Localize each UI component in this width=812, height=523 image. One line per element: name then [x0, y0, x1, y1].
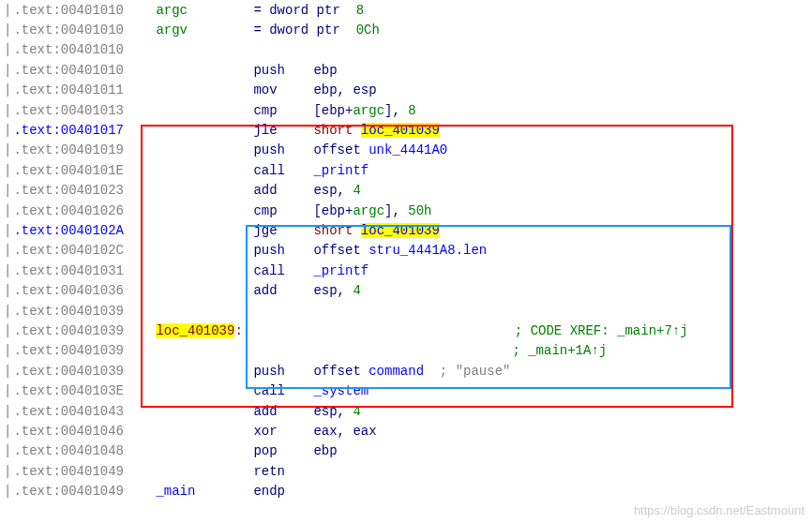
address: .text:00401039	[13, 364, 156, 379]
gutter: |	[4, 22, 11, 37]
address: .text:00401017	[13, 123, 156, 138]
asm-line[interactable]: |.text:0040102Ajgeshort loc_401039	[0, 220, 812, 240]
gutter: |	[4, 263, 11, 278]
variable-name: argc	[156, 3, 253, 18]
address: .text:00401026	[13, 203, 156, 218]
gutter: |	[4, 484, 11, 499]
mnemonic: xor	[253, 424, 313, 439]
asm-line[interactable]: |.text:00401011movebp, esp	[0, 81, 812, 100]
gutter: |	[4, 323, 11, 338]
asm-line[interactable]: |.text:0040101Ecall_printf	[0, 160, 812, 180]
mnemonic: push	[253, 142, 313, 157]
mnemonic: mov	[253, 82, 313, 97]
asm-line[interactable]: |.text:00401019pushoffset unk_4441A0	[0, 141, 812, 160]
gutter: |	[4, 223, 11, 238]
address: .text:0040102A	[13, 223, 156, 238]
operand: _system	[313, 383, 368, 398]
address: .text:0040102C	[13, 243, 156, 258]
asm-line[interactable]: |.text:00401017jleshort loc_401039	[0, 120, 812, 140]
gutter: |	[4, 63, 11, 78]
address: .text:0040103E	[13, 383, 156, 398]
asm-line[interactable]: |.text:00401046xoreax, eax	[0, 421, 812, 441]
asm-line[interactable]: |.text:00401031call_printf	[0, 261, 812, 280]
gutter: |	[4, 142, 11, 157]
operand: offset unk_4441A0	[313, 142, 447, 157]
var-offset: 8	[356, 3, 364, 18]
asm-line[interactable]: |.text:00401039pushoffset command ; "pau…	[0, 361, 812, 381]
asm-line[interactable]: |.text:00401048popebp	[0, 441, 812, 461]
asm-line[interactable]: |.text:00401010	[0, 40, 812, 60]
address: .text:00401031	[13, 263, 156, 278]
gutter: |	[4, 304, 11, 319]
asm-line[interactable]: |.text:00401010argc= dword ptr 8	[0, 0, 812, 20]
mnemonic: call	[253, 263, 313, 278]
mnemonic: call	[253, 163, 313, 178]
var-type: = dword ptr	[253, 3, 355, 18]
gutter: |	[4, 183, 11, 198]
address: .text:00401010	[13, 3, 156, 18]
asm-line[interactable]: |.text:00401039loc_401039:; CODE XREF: _…	[0, 321, 812, 340]
operand: [ebp+argc], 50h	[313, 203, 431, 218]
mnemonic: endp	[253, 484, 313, 499]
address: .text:00401039	[13, 343, 156, 358]
operand: _printf	[313, 263, 368, 278]
var-type: = dword ptr	[253, 22, 355, 37]
asm-line[interactable]: |.text:0040103Ecall_system	[0, 381, 812, 400]
asm-line[interactable]: |.text:00401039	[0, 301, 812, 321]
gutter: |	[4, 3, 11, 18]
address: .text:00401039	[13, 323, 156, 338]
address: .text:00401011	[13, 82, 156, 97]
gutter: |	[4, 42, 11, 57]
address: .text:0040101E	[13, 163, 156, 178]
watermark: https://blog.csdn.net/Eastmount	[634, 503, 804, 517]
asm-line[interactable]: |.text:00401010pushebp	[0, 60, 812, 80]
address: .text:00401010	[13, 63, 156, 78]
address: .text:00401039	[13, 304, 156, 319]
mnemonic: cmp	[253, 203, 313, 218]
mnemonic: add	[253, 404, 313, 419]
operand: ebp	[313, 443, 337, 458]
proc-name: _main	[156, 484, 253, 499]
gutter: |	[4, 443, 11, 458]
operand: ebp	[313, 63, 337, 78]
asm-line[interactable]: |.text:00401036addesp, 4	[0, 280, 812, 300]
disassembly-listing[interactable]: |.text:00401010argc= dword ptr 8|.text:0…	[0, 0, 812, 501]
operand: short loc_401039	[313, 223, 439, 238]
mnemonic: push	[253, 364, 313, 379]
gutter: |	[4, 243, 11, 258]
asm-line[interactable]: |.text:00401013cmp[ebp+argc], 8	[0, 100, 812, 120]
asm-line[interactable]: |.text:00401049retn	[0, 461, 812, 481]
mnemonic: add	[253, 283, 313, 298]
operand: ebp, esp	[313, 82, 376, 97]
address: .text:00401048	[13, 443, 156, 458]
gutter: |	[4, 404, 11, 419]
address: .text:00401043	[13, 404, 156, 419]
location-label: loc_401039	[156, 323, 234, 338]
asm-line[interactable]: |.text:00401026cmp[ebp+argc], 50h	[0, 201, 812, 220]
operand: esp, 4	[313, 283, 360, 298]
gutter: |	[4, 343, 11, 358]
asm-line[interactable]: |.text:00401049_mainendp	[0, 481, 812, 501]
asm-line[interactable]: |.text:0040102Cpushoffset stru_4441A8.le…	[0, 241, 812, 261]
operand: esp, 4	[313, 183, 360, 198]
address: .text:00401036	[13, 283, 156, 298]
asm-line[interactable]: |.text:00401010argv= dword ptr 0Ch	[0, 20, 812, 39]
address: .text:00401023	[13, 183, 156, 198]
address: .text:00401010	[13, 42, 156, 57]
mnemonic: call	[253, 383, 313, 398]
gutter: |	[4, 123, 11, 138]
operand: offset command	[313, 364, 424, 379]
asm-line[interactable]: |.text:00401039; _main+1A↑j	[0, 341, 812, 361]
mnemonic: cmp	[253, 103, 313, 118]
mnemonic: push	[253, 243, 313, 258]
asm-line[interactable]: |.text:00401043addesp, 4	[0, 401, 812, 421]
asm-line[interactable]: |.text:00401023addesp, 4	[0, 181, 812, 201]
mnemonic: jle	[253, 123, 313, 138]
operand: offset stru_4441A8.len	[313, 243, 487, 258]
var-offset: 0Ch	[356, 22, 380, 37]
gutter: |	[4, 383, 11, 398]
operand: short loc_401039	[313, 123, 439, 138]
gutter: |	[4, 103, 11, 118]
operand: [ebp+argc], 8	[313, 103, 415, 118]
variable-name: argv	[156, 22, 253, 37]
